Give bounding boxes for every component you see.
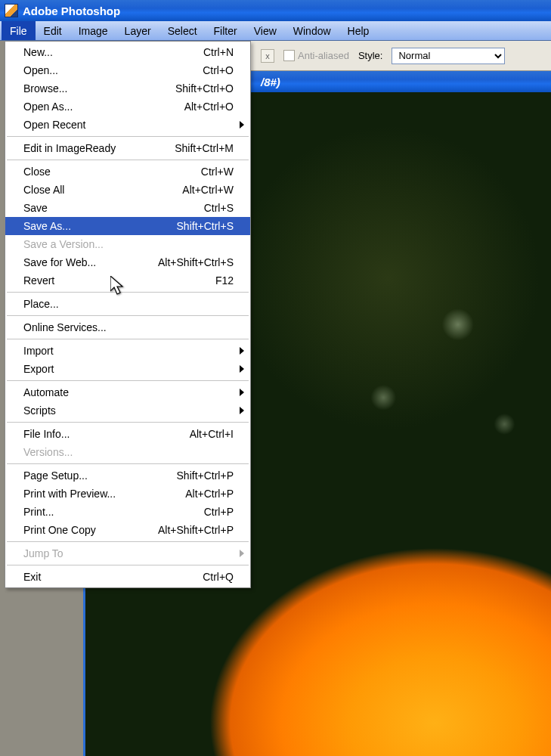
- menu-separator: [7, 380, 249, 381]
- menuitem-label: Browse...: [23, 82, 175, 94]
- menuitem-shortcut: F12: [215, 274, 234, 287]
- menuitem-label: Close: [23, 166, 201, 178]
- menuitem-shortcut: Alt+Ctrl+I: [190, 428, 234, 440]
- intersect-icon[interactable]: x: [261, 49, 274, 63]
- menuitem-label: Save As...: [23, 220, 177, 232]
- submenu-arrow-icon: [240, 365, 244, 373]
- submenu-arrow-icon: [240, 550, 244, 557]
- menuitem-label: Scripts: [23, 404, 234, 417]
- menuitem-label: Export: [23, 363, 234, 375]
- menuitem-revert[interactable]: RevertF12: [5, 271, 250, 290]
- menuitem-open-as[interactable]: Open As...Alt+Ctrl+O: [5, 98, 250, 116]
- menuitem-shortcut: Ctrl+Q: [203, 571, 234, 583]
- menu-separator: [7, 292, 249, 293]
- menuitem-scripts[interactable]: Scripts: [5, 401, 250, 420]
- menuitem-save-as[interactable]: Save As...Shift+Ctrl+S: [5, 217, 250, 235]
- menuitem-shortcut: Alt+Shift+Ctrl+S: [158, 256, 234, 268]
- menu-edit[interactable]: Edit: [36, 21, 70, 40]
- menuitem-shortcut: Ctrl+S: [204, 202, 234, 214]
- menuitem-print-one-copy[interactable]: Print One CopyAlt+Shift+Ctrl+P: [5, 521, 250, 539]
- menuitem-label: Import: [23, 345, 234, 357]
- menuitem-shortcut: Alt+Shift+Ctrl+P: [158, 524, 234, 536]
- menuitem-open[interactable]: Open...Ctrl+O: [5, 61, 250, 79]
- menuitem-label: Save for Web...: [23, 256, 158, 268]
- menuitem-label: Page Setup...: [23, 469, 177, 482]
- menu-separator: [7, 541, 249, 542]
- antialiased-toggle[interactable]: Anti-aliased: [283, 50, 349, 61]
- menuitem-shortcut: Shift+Ctrl+M: [175, 142, 234, 154]
- menu-file[interactable]: File: [2, 21, 36, 40]
- menuitem-label: Print One Copy: [23, 524, 158, 536]
- menuitem-label: Jump To: [23, 547, 234, 559]
- menuitem-shortcut: Alt+Ctrl+O: [184, 101, 234, 113]
- menuitem-label: Open...: [23, 64, 203, 76]
- menuitem-place[interactable]: Place...: [5, 295, 250, 313]
- menuitem-label: Close All: [23, 184, 182, 196]
- menuitem-open-recent[interactable]: Open Recent: [5, 116, 250, 134]
- menuitem-print-with-preview[interactable]: Print with Preview...Alt+Ctrl+P: [5, 485, 250, 503]
- menuitem-close-all[interactable]: Close AllAlt+Ctrl+W: [5, 181, 250, 199]
- menuitem-exit[interactable]: ExitCtrl+Q: [5, 568, 250, 586]
- menuitem-shortcut: Shift+Ctrl+S: [177, 220, 234, 232]
- menuitem-label: Save a Version...: [23, 238, 234, 250]
- menuitem-shortcut: Ctrl+P: [204, 506, 234, 518]
- menu-select[interactable]: Select: [159, 21, 206, 40]
- menu-separator: [7, 160, 249, 160]
- menu-window[interactable]: Window: [285, 21, 339, 40]
- menuitem-label: Versions...: [23, 446, 234, 458]
- menu-separator: [7, 315, 249, 316]
- menuitem-label: Print...: [23, 506, 204, 518]
- menuitem-automate[interactable]: Automate: [5, 383, 250, 401]
- style-select[interactable]: Normal: [392, 48, 505, 64]
- menuitem-new[interactable]: New...Ctrl+N: [5, 43, 250, 61]
- app-icon: [5, 4, 18, 17]
- submenu-arrow-icon: [240, 389, 244, 396]
- menu-separator: [7, 565, 249, 565]
- menuitem-label: Print with Preview...: [23, 488, 185, 500]
- menuitem-shortcut: Ctrl+O: [203, 64, 234, 76]
- menuitem-export[interactable]: Export: [5, 360, 250, 378]
- menu-view[interactable]: View: [246, 21, 285, 40]
- submenu-arrow-icon: [240, 121, 244, 129]
- checkbox-icon: [283, 50, 295, 61]
- menuitem-import[interactable]: Import: [5, 342, 250, 360]
- menuitem-close[interactable]: CloseCtrl+W: [5, 163, 250, 181]
- menuitem-save-for-web[interactable]: Save for Web...Alt+Shift+Ctrl+S: [5, 253, 250, 271]
- menuitem-label: Save: [23, 202, 204, 214]
- menuitem-label: Online Services...: [23, 321, 234, 333]
- menuitem-label: Open Recent: [23, 119, 234, 131]
- file-menu-dropdown: New...Ctrl+NOpen...Ctrl+OBrowse...Shift+…: [5, 41, 251, 588]
- menuitem-file-info[interactable]: File Info...Alt+Ctrl+I: [5, 425, 250, 443]
- menuitem-online-services[interactable]: Online Services...: [5, 318, 250, 336]
- menu-layer[interactable]: Layer: [116, 21, 159, 40]
- document-title-fragment: /8#): [261, 76, 280, 88]
- menuitem-shortcut: Ctrl+W: [201, 166, 234, 178]
- menuitem-browse[interactable]: Browse...Shift+Ctrl+O: [5, 79, 250, 98]
- menu-separator: [7, 463, 249, 464]
- titlebar: Adobe Photoshop: [0, 0, 551, 21]
- menuitem-edit-in-imageready[interactable]: Edit in ImageReadyShift+Ctrl+M: [5, 139, 250, 157]
- menuitem-label: File Info...: [23, 428, 190, 440]
- submenu-arrow-icon: [240, 407, 244, 414]
- menuitem-label: Revert: [23, 274, 215, 287]
- menuitem-print[interactable]: Print...Ctrl+P: [5, 503, 250, 521]
- menuitem-shortcut: Ctrl+N: [203, 46, 234, 58]
- menuitem-label: Edit in ImageReady: [23, 142, 175, 154]
- menuitem-page-setup[interactable]: Page Setup...Shift+Ctrl+P: [5, 466, 250, 485]
- menu-separator: [7, 339, 249, 339]
- menu-separator: [7, 422, 249, 423]
- app-title: Adobe Photoshop: [23, 5, 120, 17]
- menuitem-save[interactable]: SaveCtrl+S: [5, 199, 250, 217]
- menubar: FileEditImageLayerSelectFilterViewWindow…: [0, 21, 551, 41]
- menuitem-shortcut: Shift+Ctrl+P: [177, 469, 234, 482]
- menuitem-save-a-version: Save a Version...: [5, 235, 250, 253]
- menuitem-label: Open As...: [23, 101, 184, 113]
- menu-help[interactable]: Help: [339, 21, 378, 40]
- menu-separator: [7, 136, 249, 137]
- menuitem-label: Automate: [23, 386, 234, 398]
- menuitem-label: Exit: [23, 571, 203, 583]
- menu-image[interactable]: Image: [70, 21, 116, 40]
- menuitem-shortcut: Alt+Ctrl+P: [185, 488, 234, 500]
- style-label: Style:: [358, 50, 383, 61]
- menu-filter[interactable]: Filter: [206, 21, 246, 40]
